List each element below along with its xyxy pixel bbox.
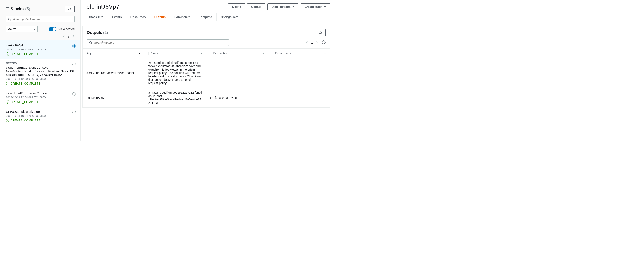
update-label: Update [251,5,261,9]
svg-marker-2 [34,29,36,30]
svg-line-1 [10,20,11,20]
tab-stack-info[interactable]: Stack info [85,13,108,21]
tab-label: Template [199,15,212,19]
stack-radio[interactable] [72,63,76,66]
col-export-name[interactable]: Export name [268,49,330,58]
stack-name: cloudFrontExtensionsConsole-NonRealtimeN… [6,66,74,77]
stack-status: ✓ CREATE_COMPLETE [6,52,74,56]
stack-item[interactable]: CFExtSampleWorkshop 2022-10-18 10:34:29 … [0,107,80,125]
nested-badge: NESTED [6,62,74,65]
panel-title-wrap: Outputs (2) [87,30,108,35]
col-key[interactable]: Key [82,49,144,58]
search-icon [8,18,11,21]
success-icon: ✓ [6,82,9,85]
tab-template[interactable]: Template [195,13,216,21]
panel-pager: 1 [306,41,326,45]
cell-export-name: - [268,58,330,88]
cell-value: You need to add cloudfront-is-desktop-vi… [144,58,206,88]
sidebar-filter-input-wrap[interactable] [6,16,74,23]
success-icon: ✓ [6,119,9,122]
svg-point-5 [323,42,324,43]
stack-status-text: CREATE_COMPLETE [10,52,40,56]
cell-description: the function arn value [206,88,268,108]
outputs-search-input[interactable] [94,41,227,44]
stack-status: ✓ CREATE_COMPLETE [6,119,74,122]
outputs-search-wrap[interactable] [87,40,229,46]
active-filter-label: Active [8,27,16,31]
delete-button[interactable]: Delete [228,4,245,10]
panel-refresh-button[interactable] [316,29,326,36]
stack-status-text: CREATE_COMPLETE [10,100,40,104]
tab-parameters[interactable]: Parameters [170,13,195,21]
sort-asc-icon [138,53,141,54]
tab-label: Change sets [221,15,238,19]
main: cfe-inU8Vp7 Delete Update Stack actions … [81,0,332,141]
tabs: Stack info Events Resources Outputs Para… [81,13,332,22]
col-value[interactable]: Value [144,49,206,58]
refresh-icon [319,31,322,34]
table-row: FunctionARN arn:aws:cloudfront::90195226… [82,88,330,108]
stack-status-text: CREATE_COMPLETE [10,119,40,122]
tab-events[interactable]: Events [108,13,126,21]
view-nested-toggle[interactable] [49,27,56,31]
pager-prev-icon[interactable] [63,35,65,38]
gear-icon[interactable] [322,41,326,45]
col-description[interactable]: Description [206,49,268,58]
header-actions: Delete Update Stack actions Create stack [228,4,330,10]
sidebar-title-wrap: − Stacks (5) [6,7,30,11]
outputs-table: Key Value Description [82,48,330,107]
sidebar-pager: 1 [0,35,80,40]
create-stack-button[interactable]: Create stack [300,4,330,10]
stack-status: ✓ CREATE_COMPLETE [6,82,74,85]
panel-count: (2) [103,30,108,35]
sidebar-filter-input[interactable] [13,18,72,21]
tab-label: Stack info [89,15,104,19]
svg-line-4 [91,43,92,44]
caret-down-icon [324,6,326,8]
stack-actions-button[interactable]: Stack actions [267,4,298,10]
refresh-icon [68,7,72,11]
delete-label: Delete [232,5,241,9]
cell-export-name: - [268,88,330,108]
stack-time: 2022-10-18 12:04:08 UTC+0800 [6,96,74,99]
stack-actions-label: Stack actions [271,5,290,9]
sidebar-page-number: 1 [68,35,70,38]
tab-outputs[interactable]: Outputs [150,13,170,21]
main-header: cfe-inU8Vp7 Delete Update Stack actions … [81,0,332,13]
view-nested-label: View nested [58,27,74,31]
sidebar-header: − Stacks (5) [0,2,80,16]
stack-radio[interactable] [72,44,76,48]
tab-label: Events [112,15,122,19]
pager-prev-icon[interactable] [306,41,308,45]
stack-time: 2022-10-18 16:41:04 UTC+0800 [6,48,74,51]
stack-status-text: CREATE_COMPLETE [10,82,40,85]
panel-title: Outputs [87,30,102,35]
collapse-icon[interactable]: − [6,8,9,11]
page-title: cfe-inU8Vp7 [87,4,119,10]
svg-point-0 [9,18,10,20]
sidebar-title: Stacks [10,7,24,11]
caret-down-icon [292,6,294,8]
stack-radio[interactable] [72,111,76,114]
stack-item[interactable]: NESTED cloudFrontExtensionsConsole-NonRe… [0,59,80,88]
stack-list: cfe-inU8Vp7 2022-10-18 16:41:04 UTC+0800… [0,40,80,141]
view-nested-toggle-wrap: View nested [49,27,74,31]
stack-radio[interactable] [72,92,76,96]
tab-resources[interactable]: Resources [126,13,150,21]
active-filter-select[interactable]: Active [6,26,38,32]
panel-header: Outputs (2) [82,26,330,40]
stack-item[interactable]: cloudFrontExtensionsConsole 2022-10-18 1… [0,88,80,107]
stack-name: CFExtSampleWorkshop [6,110,74,113]
sort-icon [324,53,326,54]
update-button[interactable]: Update [247,4,265,10]
refresh-button[interactable] [65,6,74,12]
stack-item[interactable]: cfe-inU8Vp7 2022-10-18 16:41:04 UTC+0800… [0,40,80,59]
sidebar: − Stacks (5) Active View nested [0,0,81,141]
pager-next-icon[interactable] [72,35,74,38]
success-icon: ✓ [6,100,9,104]
svg-point-3 [90,42,91,43]
pager-next-icon[interactable] [316,41,318,45]
search-icon [89,41,92,44]
tab-change-sets[interactable]: Change sets [216,13,242,21]
col-label: Description [213,52,228,55]
